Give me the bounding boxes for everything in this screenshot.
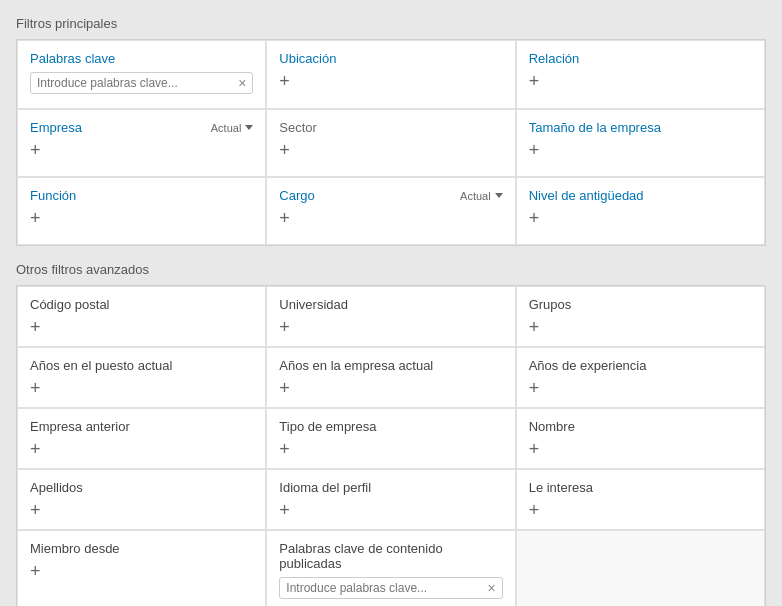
adv-filter-label-nombre: Nombre xyxy=(529,419,752,434)
adv-filter-cell-empresa-anterior: Empresa anterior + xyxy=(17,408,266,469)
adv-filter-label-idioma: Idioma del perfil xyxy=(279,480,502,495)
palabras-clave-clear-btn[interactable]: × xyxy=(238,76,246,90)
adv-filter-cell-anos-experiencia: Años de experiencia + xyxy=(516,347,765,408)
relacion-plus-btn[interactable]: + xyxy=(529,72,540,90)
adv-filter-label-palabras-publicadas: Palabras clave de contenido publicadas xyxy=(279,541,502,571)
codigo-postal-plus-btn[interactable]: + xyxy=(30,318,41,336)
filter-label-tamano: Tamaño de la empresa xyxy=(529,120,752,135)
cargo-actual-text: Actual xyxy=(460,190,491,202)
anos-experiencia-plus-btn[interactable]: + xyxy=(529,379,540,397)
empresa-anterior-plus-btn[interactable]: + xyxy=(30,440,41,458)
cargo-chevron-icon xyxy=(495,193,503,198)
filter-label-relacion: Relación xyxy=(529,51,752,66)
adv-filter-cell-anos-empresa: Años en la empresa actual + xyxy=(266,347,515,408)
palabras-publicadas-clear-btn[interactable]: × xyxy=(487,581,495,595)
adv-input-wrap-palabras-publicadas: × xyxy=(279,577,502,599)
empresa-actual-text: Actual xyxy=(211,122,242,134)
apellidos-plus-btn[interactable]: + xyxy=(30,501,41,519)
adv-filter-label-apellidos: Apellidos xyxy=(30,480,253,495)
anos-puesto-plus-btn[interactable]: + xyxy=(30,379,41,397)
filter-label-text-relacion: Relación xyxy=(529,51,580,66)
adv-filter-cell-anos-puesto: Años en el puesto actual + xyxy=(17,347,266,408)
adv-filter-cell-miembro-desde: Miembro desde + xyxy=(17,530,266,606)
filter-label-cargo: Cargo Actual xyxy=(279,188,502,203)
filter-cell-relacion: Relación + xyxy=(516,40,765,109)
palabras-clave-input[interactable] xyxy=(37,76,238,90)
filter-label-text-antiguedad: Nivel de antigüedad xyxy=(529,188,644,203)
filter-input-wrap-palabras-clave: × xyxy=(30,72,253,94)
adv-filter-label-le-interesa: Le interesa xyxy=(529,480,752,495)
filter-cell-tamano: Tamaño de la empresa + xyxy=(516,109,765,177)
adv-filter-cell-le-interesa: Le interesa + xyxy=(516,469,765,530)
main-filters-grid: Palabras clave × Ubicación + Relación + … xyxy=(16,39,766,246)
filter-cell-sector: Sector + xyxy=(266,109,515,177)
main-section-title: Filtros principales xyxy=(16,16,766,31)
grupos-plus-btn[interactable]: + xyxy=(529,318,540,336)
adv-filter-cell-idioma: Idioma del perfil + xyxy=(266,469,515,530)
adv-filter-label-universidad: Universidad xyxy=(279,297,502,312)
empresa-plus-btn[interactable]: + xyxy=(30,141,41,159)
filter-label-sector: Sector xyxy=(279,120,502,135)
filter-cell-cargo: Cargo Actual + xyxy=(266,177,515,245)
adv-filter-label-grupos: Grupos xyxy=(529,297,752,312)
funcion-plus-btn[interactable]: + xyxy=(30,209,41,227)
filter-label-empresa: Empresa Actual xyxy=(30,120,253,135)
anos-empresa-plus-btn[interactable]: + xyxy=(279,379,290,397)
adv-filter-label-anos-empresa: Años en la empresa actual xyxy=(279,358,502,373)
filter-cell-palabras-clave: Palabras clave × xyxy=(17,40,266,109)
filter-cell-funcion: Función + xyxy=(17,177,266,245)
filter-label-palabras-clave: Palabras clave xyxy=(30,51,253,66)
cargo-plus-btn[interactable]: + xyxy=(279,209,290,227)
sector-plus-btn[interactable]: + xyxy=(279,141,290,159)
adv-filter-label-anos-experiencia: Años de experiencia xyxy=(529,358,752,373)
filter-label-text-tamano: Tamaño de la empresa xyxy=(529,120,661,135)
filter-label-text-cargo: Cargo xyxy=(279,188,314,203)
nombre-plus-btn[interactable]: + xyxy=(529,440,540,458)
adv-filter-label-empresa-anterior: Empresa anterior xyxy=(30,419,253,434)
adv-filter-cell-universidad: Universidad + xyxy=(266,286,515,347)
filter-cell-antiguedad: Nivel de antigüedad + xyxy=(516,177,765,245)
adv-filter-cell-codigo-postal: Código postal + xyxy=(17,286,266,347)
antiguedad-plus-btn[interactable]: + xyxy=(529,209,540,227)
palabras-publicadas-input[interactable] xyxy=(286,581,487,595)
filter-cell-ubicacion: Ubicación + xyxy=(266,40,515,109)
filter-cell-empresa: Empresa Actual + xyxy=(17,109,266,177)
cargo-actual-badge[interactable]: Actual xyxy=(460,190,503,202)
filter-label-text-ubicacion: Ubicación xyxy=(279,51,336,66)
idioma-plus-btn[interactable]: + xyxy=(279,501,290,519)
advanced-section-title: Otros filtros avanzados xyxy=(16,262,766,277)
adv-filter-label-tipo-empresa: Tipo de empresa xyxy=(279,419,502,434)
adv-filter-label-codigo-postal: Código postal xyxy=(30,297,253,312)
filter-label-funcion: Función xyxy=(30,188,253,203)
filter-label-text-funcion: Función xyxy=(30,188,76,203)
tipo-empresa-plus-btn[interactable]: + xyxy=(279,440,290,458)
adv-filter-cell-tipo-empresa: Tipo de empresa + xyxy=(266,408,515,469)
adv-filter-cell-apellidos: Apellidos + xyxy=(17,469,266,530)
adv-filter-label-anos-puesto: Años en el puesto actual xyxy=(30,358,253,373)
filter-label-text-sector: Sector xyxy=(279,120,317,135)
miembro-desde-plus-btn[interactable]: + xyxy=(30,562,41,580)
adv-filter-cell-empty xyxy=(516,530,765,606)
universidad-plus-btn[interactable]: + xyxy=(279,318,290,336)
tamano-plus-btn[interactable]: + xyxy=(529,141,540,159)
advanced-filters-grid: Código postal + Universidad + Grupos + A… xyxy=(16,285,766,606)
le-interesa-plus-btn[interactable]: + xyxy=(529,501,540,519)
empresa-actual-badge[interactable]: Actual xyxy=(211,122,254,134)
ubicacion-plus-btn[interactable]: + xyxy=(279,72,290,90)
filter-label-ubicacion: Ubicación xyxy=(279,51,502,66)
filter-label-antiguedad: Nivel de antigüedad xyxy=(529,188,752,203)
adv-filter-cell-palabras-publicadas: Palabras clave de contenido publicadas × xyxy=(266,530,515,606)
filter-label-text-empresa: Empresa xyxy=(30,120,82,135)
empresa-chevron-icon xyxy=(245,125,253,130)
adv-filter-label-miembro-desde: Miembro desde xyxy=(30,541,253,556)
adv-filter-cell-grupos: Grupos + xyxy=(516,286,765,347)
filter-label-text-palabras-clave: Palabras clave xyxy=(30,51,115,66)
adv-filter-cell-nombre: Nombre + xyxy=(516,408,765,469)
